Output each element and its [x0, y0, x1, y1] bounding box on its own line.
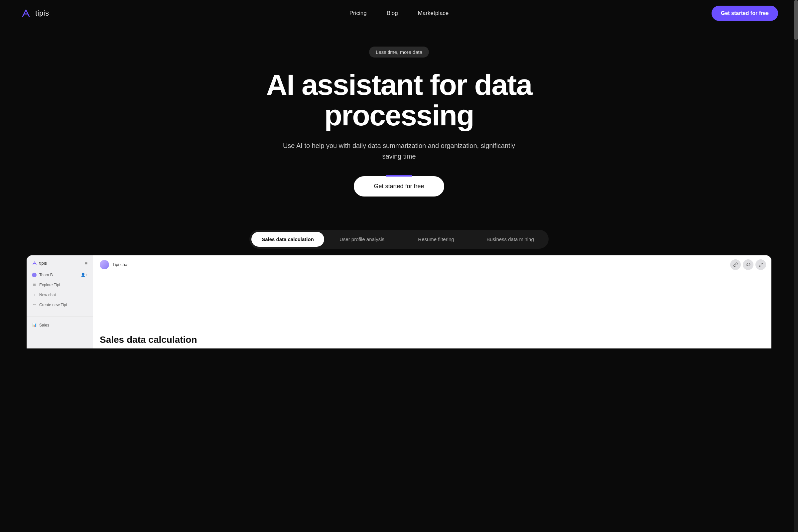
- app-logo-small: tipis: [32, 261, 47, 266]
- sidebar-explore-item[interactable]: ⊞ Explore Tipi: [26, 280, 93, 290]
- sidebar-create-tipi-label: Create new Tipi: [39, 303, 67, 307]
- sidebar-sales-label: Sales: [39, 323, 49, 327]
- tab-user-profile[interactable]: User profile analysis: [325, 232, 398, 247]
- app-main: Tipi chat Sales data calculation: [93, 255, 772, 348]
- logo-icon: [20, 7, 32, 19]
- sound-icon: [746, 262, 750, 267]
- svg-line-1: [761, 263, 762, 264]
- sidebar-team-add-icon[interactable]: 👤+: [81, 273, 88, 277]
- tabs-section: Sales data calculation User profile anal…: [0, 210, 798, 348]
- app-logo-text-small: tipis: [39, 261, 47, 266]
- sidebar-team-label: Team B: [39, 273, 53, 277]
- sales-icon: 📊: [32, 323, 37, 327]
- logo[interactable]: tipis: [20, 7, 49, 19]
- hero-subtitle: Use AI to help you with daily data summa…: [283, 140, 515, 162]
- hero-title: AI assistant for data processing: [216, 70, 582, 131]
- app-avatar: [100, 260, 109, 269]
- svg-marker-0: [746, 263, 748, 266]
- app-logo-icon-small: [32, 261, 37, 266]
- sidebar-team-item[interactable]: Team B 👤+: [26, 270, 93, 280]
- explore-icon: ⊞: [32, 283, 37, 287]
- logo-text: tipis: [35, 9, 49, 18]
- app-link-icon-btn[interactable]: [730, 259, 741, 270]
- navbar: tipis Pricing Blog Marketplace Get start…: [0, 0, 798, 26]
- app-preview: tipis ≡ Team B 👤+ ⊞ Explore Tipi + New c…: [26, 255, 772, 348]
- hero-badge: Less time, more data: [369, 46, 429, 58]
- tab-resume[interactable]: Resume filtering: [400, 232, 473, 247]
- link-icon: [733, 262, 738, 267]
- app-chat-label: Tipi chat: [112, 262, 129, 267]
- sidebar-create-tipi-item[interactable]: ✏ Create new Tipi: [26, 300, 93, 310]
- hero-cta-button[interactable]: Get started for free: [354, 176, 444, 196]
- sidebar-new-chat-item[interactable]: + New chat: [26, 290, 93, 300]
- nav-links: Pricing Blog Marketplace: [349, 10, 449, 17]
- new-chat-icon: +: [32, 292, 37, 297]
- app-top-icons: [730, 259, 766, 270]
- app-content-area: Sales data calculation: [93, 274, 772, 348]
- sidebar-header: tipis ≡: [26, 261, 93, 270]
- nav-link-pricing[interactable]: Pricing: [349, 10, 367, 17]
- sidebar-menu-icon[interactable]: ≡: [85, 261, 88, 266]
- sidebar-new-chat-label: New chat: [39, 292, 56, 297]
- scrollbar-thumb[interactable]: [794, 0, 798, 40]
- sidebar-sales-item[interactable]: 📊 Sales: [26, 320, 93, 330]
- expand-icon: [758, 262, 763, 267]
- hero-section: Less time, more data AI assistant for da…: [0, 26, 798, 210]
- nav-link-blog[interactable]: Blog: [387, 10, 398, 17]
- app-sound-icon-btn[interactable]: [743, 259, 754, 270]
- app-sidebar: tipis ≡ Team B 👤+ ⊞ Explore Tipi + New c…: [26, 255, 93, 348]
- svg-line-2: [759, 265, 760, 266]
- nav-cta-button[interactable]: Get started for free: [711, 6, 778, 21]
- create-tipi-icon: ✏: [32, 303, 37, 307]
- team-dot-icon: [32, 273, 37, 277]
- sidebar-explore-label: Explore Tipi: [39, 283, 60, 287]
- tab-sales[interactable]: Sales data calculation: [251, 232, 324, 247]
- tab-business[interactable]: Business data mining: [474, 232, 547, 247]
- app-preview-title: Sales data calculation: [100, 335, 197, 348]
- nav-link-marketplace[interactable]: Marketplace: [418, 10, 449, 17]
- tabs-bar: Sales data calculation User profile anal…: [249, 230, 549, 249]
- app-expand-icon-btn[interactable]: [756, 259, 766, 270]
- scrollbar-track[interactable]: [794, 0, 798, 532]
- app-main-header: Tipi chat: [93, 255, 772, 274]
